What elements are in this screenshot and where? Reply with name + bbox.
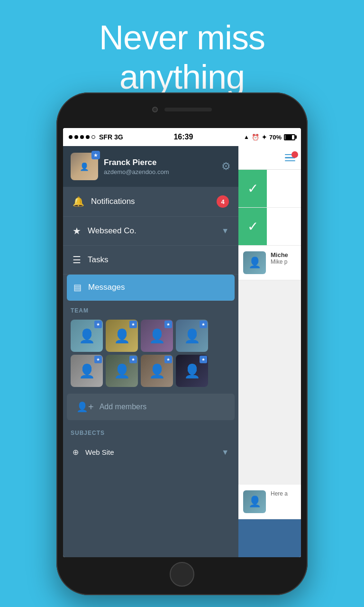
team-grid: 👤 ★ 👤 ★ 👤 ★ 👤 ★ xyxy=(71,320,231,387)
message-item-2[interactable]: 👤 Here a xyxy=(238,485,301,519)
location-icon: ▲ xyxy=(244,134,249,140)
member-face-7: 👤 xyxy=(149,363,165,379)
globe-icon: ⊕ xyxy=(73,448,79,457)
battery-label: 70% xyxy=(269,134,282,141)
alarm-icon: ⏰ xyxy=(252,134,259,141)
message-item-1[interactable]: 👤 Miche Mike p xyxy=(238,246,301,280)
nav-item-notifications[interactable]: 🔔 Notifications 4 xyxy=(63,187,238,217)
signal-dot-5 xyxy=(91,135,95,139)
carrier: SFR xyxy=(99,133,112,141)
subjects-section: SUBJECTS ⊕ Web Site ▼ xyxy=(63,423,238,466)
nav-item-webseed[interactable]: ★ Webseed Co. ▼ xyxy=(63,217,238,246)
team-member-3[interactable]: 👤 ★ xyxy=(141,320,173,352)
star-nav-icon: ★ xyxy=(73,225,81,237)
task-content-1 xyxy=(267,170,301,207)
member-face-2: 👤 xyxy=(114,328,130,344)
team-member-1[interactable]: 👤 ★ xyxy=(71,320,103,352)
msg-face-1: 👤 xyxy=(248,257,261,269)
menu-button[interactable] xyxy=(285,154,295,162)
avatar-face: 👤 xyxy=(80,162,89,171)
hero-line1: Never miss xyxy=(0,18,364,57)
team-member-6[interactable]: 👤 ★ xyxy=(106,355,138,387)
sidebar: 👤 ★ Franck Pierce azdemo@azendoo.com ⚙ 🔔… xyxy=(63,146,238,557)
task-check-1: ✓ xyxy=(238,170,267,207)
nav-item-tasks[interactable]: ☰ Tasks xyxy=(63,246,238,275)
subjects-chevron-icon: ▼ xyxy=(221,448,229,457)
team-section: TEAM 👤 ★ 👤 ★ 👤 ★ 👤 xyxy=(63,301,238,391)
notifications-label: Notifications xyxy=(91,197,217,206)
checkmark-icon-1: ✓ xyxy=(247,181,258,196)
msg-name-1: Miche xyxy=(271,251,296,258)
member-badge-3: ★ xyxy=(164,321,172,328)
task-check-2: ✓ xyxy=(238,208,267,245)
signal-dot-4 xyxy=(86,135,90,139)
menu-line-3 xyxy=(285,160,295,162)
task-content-2 xyxy=(267,208,301,245)
signal-dot-1 xyxy=(69,135,73,139)
phone-frame: SFR 3G 16:39 ▲ ⏰ ✦ 70% 👤 xyxy=(56,92,308,595)
member-badge-7: ★ xyxy=(164,356,172,363)
settings-icon[interactable]: ⚙ xyxy=(221,160,231,173)
team-member-8[interactable]: 👤 ★ xyxy=(176,355,208,387)
member-badge-1: ★ xyxy=(94,321,102,328)
bell-icon: 🔔 xyxy=(73,196,84,207)
checkmark-icon-2: ✓ xyxy=(247,219,258,234)
member-badge-4: ★ xyxy=(200,321,207,328)
member-badge-8: ★ xyxy=(200,356,207,363)
user-profile[interactable]: 👤 ★ Franck Pierce azdemo@azendoo.com ⚙ xyxy=(63,146,238,187)
tasks-label: Tasks xyxy=(88,255,229,265)
user-email: azdemo@azendoo.com xyxy=(104,168,216,175)
member-badge-6: ★ xyxy=(129,356,137,363)
status-bar: SFR 3G 16:39 ▲ ⏰ ✦ 70% xyxy=(63,128,301,146)
member-face-4: 👤 xyxy=(184,328,200,344)
member-face-5: 👤 xyxy=(79,363,95,379)
team-section-label: TEAM xyxy=(71,307,231,314)
member-face-6: 👤 xyxy=(114,363,130,379)
msg-avatar-1: 👤 xyxy=(243,251,266,274)
avatar-badge: ★ xyxy=(91,151,100,159)
messages-label: Messages xyxy=(88,283,228,292)
team-member-5[interactable]: 👤 ★ xyxy=(71,355,103,387)
hero-line2: anything xyxy=(0,57,364,97)
right-topbar xyxy=(238,146,301,170)
messages-icon: ▤ xyxy=(73,282,82,293)
add-person-icon: 👤+ xyxy=(76,401,94,413)
team-member-2[interactable]: 👤 ★ xyxy=(106,320,138,352)
status-right: ▲ ⏰ ✦ 70% xyxy=(244,134,295,141)
task-item-2[interactable]: ✓ xyxy=(238,208,301,246)
nav-item-messages[interactable]: ▤ Messages xyxy=(67,275,235,301)
speaker xyxy=(164,108,212,111)
tasks-icon: ☰ xyxy=(73,254,81,266)
notification-dot xyxy=(291,151,298,158)
right-panel: ✓ ✓ 👤 Miche Mike p xyxy=(238,146,301,557)
msg-content-2: Here a xyxy=(271,490,296,513)
hero-text: Never miss anything xyxy=(0,0,364,97)
subjects-item-label: Web Site xyxy=(85,448,221,456)
member-face-8: 👤 xyxy=(184,363,200,379)
subjects-item-website[interactable]: ⊕ Web Site ▼ xyxy=(71,442,231,462)
subjects-section-label: SUBJECTS xyxy=(71,430,231,436)
team-member-4[interactable]: 👤 ★ xyxy=(176,320,208,352)
member-face-1: 👤 xyxy=(79,328,95,344)
member-badge-2: ★ xyxy=(129,321,137,328)
phone-top-bar xyxy=(152,107,212,112)
time: 16:39 xyxy=(173,133,193,141)
msg-text-1: Mike p xyxy=(271,258,296,265)
signal-dot-3 xyxy=(80,135,84,139)
phone-screen: SFR 3G 16:39 ▲ ⏰ ✦ 70% 👤 xyxy=(63,128,301,557)
star-icon: ★ xyxy=(93,152,98,158)
home-button[interactable] xyxy=(170,562,194,587)
add-members-button[interactable]: 👤+ Add members xyxy=(67,394,235,420)
add-members-label: Add members xyxy=(100,403,147,411)
member-badge-5: ★ xyxy=(94,356,102,363)
battery-icon xyxy=(284,134,295,140)
team-member-7[interactable]: 👤 ★ xyxy=(141,355,173,387)
msg-avatar-2: 👤 xyxy=(243,490,266,513)
notifications-badge: 4 xyxy=(217,195,229,208)
task-item-1[interactable]: ✓ xyxy=(238,170,301,208)
msg-face-2: 👤 xyxy=(248,496,261,508)
network: 3G xyxy=(114,133,123,141)
camera xyxy=(152,107,158,112)
user-name: Franck Pierce xyxy=(104,158,216,167)
chevron-down-icon: ▼ xyxy=(221,227,229,235)
